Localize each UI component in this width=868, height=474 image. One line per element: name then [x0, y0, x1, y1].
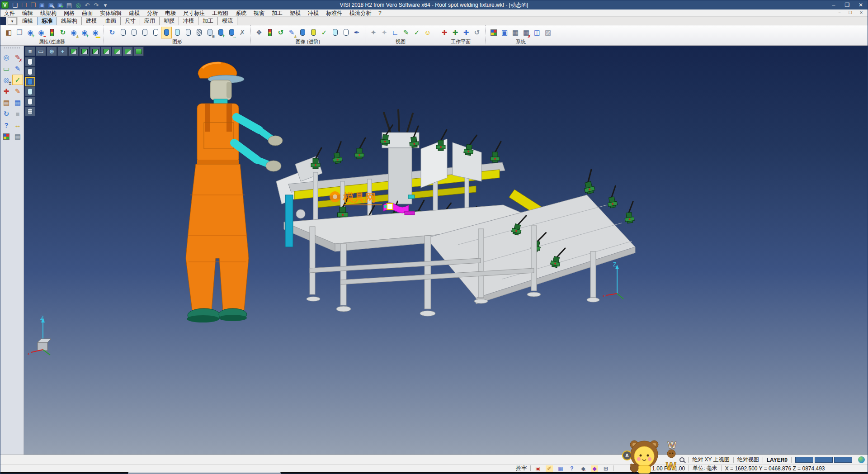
view-ruler-icon[interactable]: ∟ — [390, 27, 401, 38]
tab-dropdown-button[interactable]: ▾ — [8, 17, 17, 25]
save-as-icon[interactable]: ▣✎ — [47, 1, 56, 9]
view-check-icon[interactable]: ✓ — [411, 27, 422, 38]
menu-edit[interactable]: 编辑 — [19, 9, 37, 17]
visibility-add-icon[interactable]: ◉＋ — [25, 27, 36, 38]
layer-empty-3-icon[interactable] — [139, 27, 150, 38]
ucs-axes-icon[interactable]: ✚ — [1, 86, 12, 96]
undo-icon[interactable]: ↶ — [83, 1, 92, 9]
child-restore-button[interactable]: ❐ — [845, 10, 856, 16]
viewport-3d[interactable]: ≡▭⊕+ — [24, 46, 868, 455]
layer-hatched-icon[interactable] — [193, 27, 204, 38]
view-iso-icon[interactable] — [101, 47, 111, 56]
view-shaded-cube-icon[interactable] — [133, 47, 144, 56]
window-layout-icon[interactable]: ▦ — [12, 97, 23, 108]
layer-group-icon[interactable]: ≡ — [204, 27, 215, 38]
layer-white-icon[interactable] — [150, 27, 161, 38]
shade-blue-icon[interactable] — [297, 27, 308, 38]
menu-die[interactable]: 冲模 — [304, 9, 322, 17]
menu-wireframe[interactable]: 线架构 — [37, 9, 60, 17]
view-plane-icon[interactable]: ▭ — [36, 47, 46, 56]
color-palette-icon[interactable] — [488, 27, 499, 38]
view-iso3-icon[interactable] — [123, 47, 133, 56]
verify-icon[interactable]: ✓ — [319, 27, 330, 38]
human-mannequin-model[interactable] — [186, 62, 283, 322]
open-copy-icon[interactable]: ❐ — [28, 1, 38, 9]
world-icon[interactable] — [856, 454, 867, 466]
query-icon[interactable]: ? — [568, 465, 576, 472]
measure-icon[interactable]: ↔ — [12, 120, 23, 130]
perspective-grid-icon[interactable]: ▨ — [542, 27, 553, 38]
table-icon[interactable]: ◫ — [532, 27, 542, 38]
menu-system[interactable]: 系统 — [232, 9, 250, 17]
menu-dimension[interactable]: 尺寸标注 — [179, 9, 208, 17]
color-swatch-2[interactable] — [815, 454, 833, 466]
zoom-view-icon[interactable]: ◎ — [1, 52, 12, 62]
color-swatch-1[interactable] — [795, 454, 813, 466]
menu-standard-parts[interactable]: 标准件 — [322, 9, 346, 17]
zoom-box-icon[interactable]: ◎± — [1, 75, 12, 85]
layer-settings-icon[interactable]: ✗ — [237, 27, 248, 38]
layer-copy-icon[interactable]: → — [226, 27, 237, 38]
tab-machining[interactable]: 加工 — [198, 17, 218, 25]
menu-mold[interactable]: 塑模 — [286, 9, 304, 17]
vlayer-current-icon[interactable] — [25, 77, 35, 86]
view-front-icon[interactable] — [79, 47, 90, 56]
view-left-icon[interactable] — [90, 47, 100, 56]
delete-sketch-icon[interactable]: ✎✗ — [12, 52, 23, 62]
tab-die[interactable]: 冲模 — [179, 17, 198, 25]
view-orbit-icon[interactable]: ⊕ — [47, 47, 57, 56]
quick-access-dropdown[interactable]: ▾ — [101, 1, 110, 9]
pane-icon[interactable]: ⊞ — [602, 465, 609, 472]
viewbar-menu-icon[interactable]: ≡ — [25, 47, 35, 56]
clear-attributes-icon[interactable]: ◧ — [3, 27, 14, 38]
view-axis-icon[interactable]: + — [57, 47, 68, 56]
magic-wand-icon[interactable]: ✐ — [546, 465, 553, 472]
layer-cyan-icon[interactable] — [172, 27, 183, 38]
view-mode-label[interactable]: 绝对视图 — [737, 456, 759, 464]
workplane-xyz-icon[interactable]: ✚ — [439, 27, 450, 38]
view-cube-icon[interactable]: ◆ — [591, 465, 598, 472]
material-grid-icon[interactable]: ▦ — [557, 465, 564, 472]
filter-traffic-icon[interactable] — [47, 27, 57, 38]
visibility-minus-icon[interactable]: ◉▬ — [90, 27, 101, 38]
tab-mold[interactable]: 塑膜 — [159, 17, 179, 25]
visibility-remove-icon[interactable]: ◉− — [36, 27, 47, 38]
shade-cyan-icon[interactable] — [330, 27, 340, 38]
plot-icon[interactable]: ▤ — [12, 131, 23, 142]
view-refresh-icon[interactable]: ↻ — [1, 109, 12, 119]
layer-empty-2-icon[interactable] — [128, 27, 139, 38]
zoom-tool-icon[interactable] — [679, 457, 684, 462]
save-all-icon[interactable]: ▣＋ — [56, 1, 65, 9]
new-file-icon[interactable]: ❏ — [10, 1, 19, 9]
shade-yellow-icon[interactable] — [308, 27, 319, 38]
menu-machining[interactable]: 加工 — [268, 9, 286, 17]
refresh-graphics-icon[interactable]: ↻ — [107, 27, 118, 38]
menu-window[interactable]: 视窗 — [250, 9, 268, 17]
tab-standard[interactable]: 标准 — [37, 17, 57, 25]
snap-grid-icon[interactable]: ▦ — [510, 27, 521, 38]
shade-white-icon[interactable] — [340, 27, 351, 38]
active-layer-label[interactable]: LAYER0 — [767, 457, 788, 463]
redo-icon[interactable]: ↷ — [92, 1, 101, 9]
view-tools-icon[interactable]: ✦ — [368, 27, 379, 38]
select-box-icon[interactable]: ▭ — [1, 63, 12, 74]
layer-light-icon[interactable] — [183, 27, 193, 38]
vlayer-empty3-icon[interactable] — [25, 97, 35, 106]
tab-dimension[interactable]: 尺寸 — [120, 17, 140, 25]
visibility-toggle-icon[interactable]: ◉± — [68, 27, 79, 38]
view-iso2-icon[interactable] — [112, 47, 122, 56]
menu-flow-analysis[interactable]: 模流分析 — [346, 9, 375, 17]
menu-drawing[interactable]: 工程图 — [208, 9, 232, 17]
help-icon[interactable]: ? — [1, 120, 12, 130]
open-file-icon[interactable]: ❒ — [19, 1, 28, 9]
find-icon[interactable]: ◎ — [74, 1, 83, 9]
tab-edit[interactable]: 编辑 — [18, 17, 38, 25]
menu-help[interactable]: ? — [375, 9, 385, 17]
maximize-button[interactable]: ❐ — [840, 0, 854, 9]
child-close-button[interactable]: ✕ — [856, 10, 867, 16]
notebook-icon[interactable]: ▣ — [534, 465, 542, 472]
tab-application[interactable]: 应用 — [140, 17, 160, 25]
tab-flow[interactable]: 模流 — [217, 17, 237, 25]
palette-icon[interactable] — [1, 131, 12, 142]
visibility-refresh-icon[interactable]: ↻ — [57, 27, 68, 38]
